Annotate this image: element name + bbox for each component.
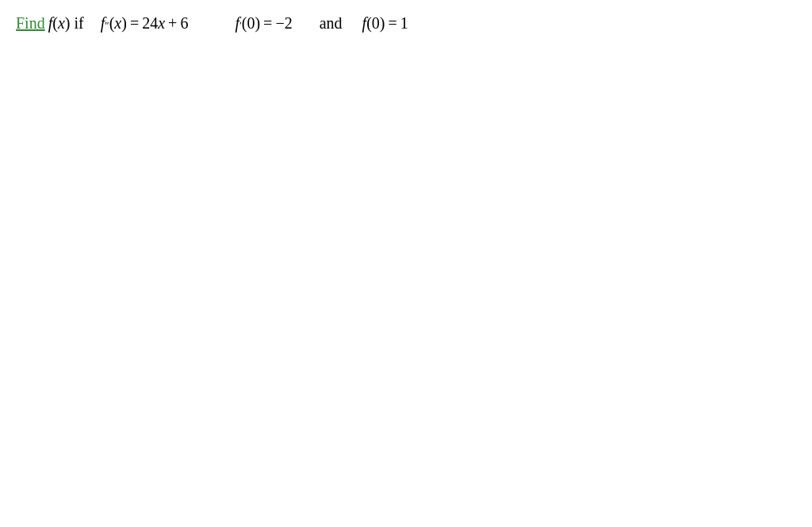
find-label: Find xyxy=(16,14,45,33)
f-double-prime-expr: f″(x) = 24x + 6 xyxy=(89,14,189,33)
page-content: Find f(x) if f″(x) = 24x + 6 f′(0) = −2 … xyxy=(0,0,812,47)
f-prime-condition: f′(0) = −2 xyxy=(207,14,292,33)
math-problem-line: Find f(x) if f″(x) = 24x + 6 f′(0) = −2 … xyxy=(16,14,796,33)
f-condition: f(0) = 1 xyxy=(350,14,408,33)
fx-label: f(x) if xyxy=(48,14,84,33)
and-label: and xyxy=(320,14,343,33)
